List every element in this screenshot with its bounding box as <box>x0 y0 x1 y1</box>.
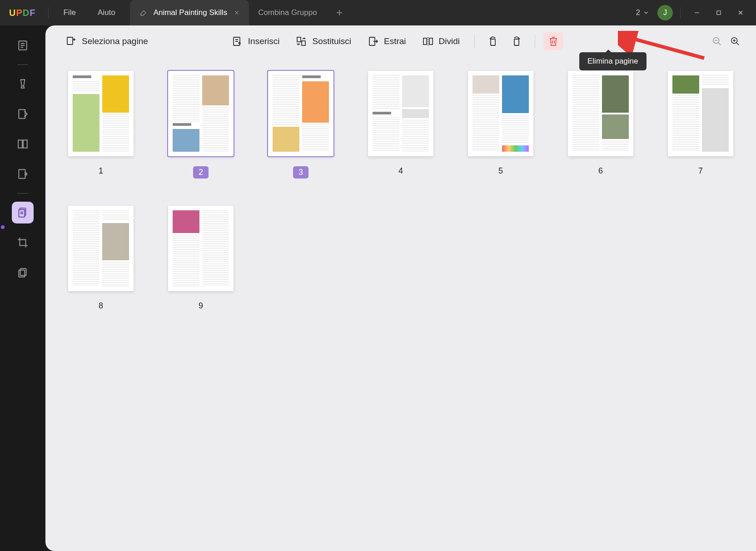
tab-inactive[interactable]: Combina Gruppo <box>249 0 326 25</box>
tab-active[interactable]: Animal Painting Skills <box>130 0 249 25</box>
pages-icon <box>17 207 29 218</box>
insert-label: Inserisci <box>248 36 280 46</box>
replace-button[interactable]: Sostituisci <box>289 32 358 50</box>
reader-mode-button[interactable] <box>12 35 34 56</box>
edit-button[interactable] <box>12 103 34 125</box>
svg-rect-18 <box>514 39 519 45</box>
divider <box>17 193 28 194</box>
maximize-icon <box>716 10 722 16</box>
crop-button[interactable] <box>12 232 34 253</box>
split-icon <box>423 36 433 47</box>
svg-rect-4 <box>23 140 27 148</box>
extract-label: Estrai <box>384 36 406 46</box>
page-item: 8 <box>68 206 134 311</box>
select-label: Seleziona pagine <box>82 36 148 46</box>
select-pages-button[interactable]: Seleziona pagine <box>59 32 154 50</box>
compress-button[interactable] <box>12 262 34 283</box>
insert-icon <box>232 36 243 47</box>
crop-icon <box>17 237 29 248</box>
add-tab-button[interactable] <box>326 0 353 25</box>
rotate-left-icon <box>487 36 498 47</box>
split-button[interactable]: Dividi <box>416 32 466 50</box>
page-thumbnail[interactable] <box>668 71 733 156</box>
extract-button[interactable]: Estrai <box>361 32 413 50</box>
zoom-out-button[interactable] <box>710 34 724 49</box>
page-number: 5 <box>498 166 503 176</box>
ocr-icon <box>17 168 29 180</box>
page-thumbnail[interactable] <box>68 206 134 291</box>
tab-label: Combina Gruppo <box>258 8 317 17</box>
page-toolbar: Seleziona pagine Inserisci Sostituisci E… <box>45 25 756 57</box>
page-number: 9 <box>199 301 203 311</box>
annotate-button[interactable] <box>12 73 34 95</box>
avatar[interactable]: J <box>657 5 673 20</box>
ocr-button[interactable] <box>12 163 34 185</box>
divider <box>680 7 681 18</box>
page-number: 6 <box>598 166 603 176</box>
close-icon <box>737 9 744 16</box>
toolbar-right <box>710 34 742 49</box>
svg-rect-3 <box>18 140 22 148</box>
titlebar: UPDF File Aiuto Animal Painting Skills C… <box>0 0 756 25</box>
divider <box>474 35 475 48</box>
zoom-in-icon <box>730 36 740 46</box>
svg-rect-10 <box>67 37 73 45</box>
edit-page-icon <box>17 108 29 120</box>
close-icon[interactable] <box>234 10 240 16</box>
extract-icon <box>368 36 378 47</box>
chevron-down-icon <box>643 10 649 16</box>
page-thumbnail[interactable] <box>168 71 234 156</box>
rotate-left-button[interactable] <box>483 32 503 50</box>
eraser-icon <box>139 9 147 17</box>
document-icon <box>17 40 29 51</box>
delete-pages-button[interactable] <box>543 32 563 50</box>
svg-rect-5 <box>19 169 25 179</box>
menu-file[interactable]: File <box>52 8 86 17</box>
count-value: 2 <box>636 8 640 17</box>
svg-rect-0 <box>717 11 721 15</box>
svg-rect-2 <box>19 109 25 119</box>
svg-rect-12 <box>297 37 301 42</box>
layers-icon <box>17 267 29 278</box>
menu-help[interactable]: Aiuto <box>87 8 126 17</box>
rotate-right-button[interactable] <box>507 32 527 50</box>
main: Seleziona pagine Inserisci Sostituisci E… <box>0 25 756 551</box>
page-thumbnail[interactable] <box>368 71 433 156</box>
form-icon <box>17 138 29 150</box>
page-number: 8 <box>99 301 103 311</box>
page-thumbnail[interactable] <box>568 71 633 156</box>
form-button[interactable] <box>12 133 34 155</box>
divider <box>17 65 28 65</box>
maximize-button[interactable] <box>710 4 728 22</box>
svg-rect-13 <box>302 41 305 45</box>
svg-rect-16 <box>429 38 433 45</box>
insert-button[interactable]: Inserisci <box>225 32 286 50</box>
content-panel: Seleziona pagine Inserisci Sostituisci E… <box>45 25 756 551</box>
page-thumbnail[interactable] <box>68 71 134 156</box>
page-thumbnail[interactable] <box>268 71 333 156</box>
plus-icon <box>335 9 343 17</box>
page-thumbnail[interactable] <box>168 206 234 291</box>
svg-rect-17 <box>491 39 495 45</box>
page-item: 2 <box>168 71 234 179</box>
page-thumbnail[interactable] <box>468 71 533 156</box>
page-item: 3 <box>268 71 333 179</box>
split-label: Dividi <box>439 36 460 46</box>
page-item: 5 <box>468 71 533 179</box>
divider <box>535 35 535 48</box>
minimize-icon <box>694 10 700 16</box>
titlebar-right: 2 J <box>632 4 756 22</box>
svg-rect-15 <box>423 38 427 45</box>
page-number: 1 <box>99 166 103 176</box>
replace-label: Sostituisci <box>312 36 351 46</box>
minimize-button[interactable] <box>688 4 706 22</box>
close-button[interactable] <box>731 4 750 22</box>
zoom-in-button[interactable] <box>728 34 742 49</box>
page-item: 1 <box>68 71 134 179</box>
select-icon <box>65 36 76 47</box>
page-item: 7 <box>668 71 733 179</box>
active-indicator <box>1 225 5 229</box>
zoom-out-icon <box>712 36 722 46</box>
organize-pages-button[interactable] <box>12 202 34 223</box>
count-dropdown[interactable]: 2 <box>632 8 654 17</box>
